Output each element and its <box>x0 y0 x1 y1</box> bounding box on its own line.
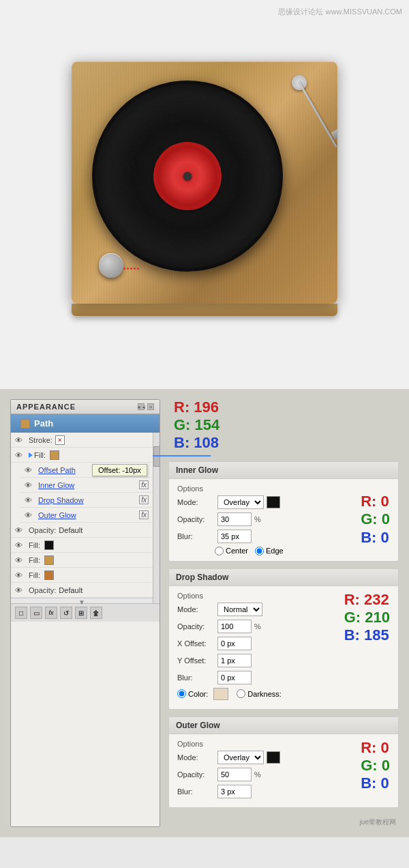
outer-glow-color-box[interactable] <box>267 751 280 764</box>
drop-shadow-link[interactable]: Drop Shadow <box>38 496 84 504</box>
bottom-section: APPEARANCE ◄◄ ≡ Path 👁 Stroke: <box>0 389 409 837</box>
drop-shadow-opacity-input[interactable] <box>217 620 252 633</box>
outer-glow-content: Options Mode: Overlay Opacity: % <box>177 740 390 802</box>
outer-glow-rgb: R: 0 G: 0 B: 0 <box>361 740 390 802</box>
indicator-dots <box>123 267 139 270</box>
stroke-row: 👁 Stroke: <box>11 433 153 448</box>
outer-glow-panel: Outer Glow Options Mode: Overlay <box>168 717 399 808</box>
inner-glow-opacity-unit: % <box>254 515 261 523</box>
panel-title: APPEARANCE <box>16 403 76 411</box>
dot-3 <box>130 267 132 270</box>
offset-path-row: 👁 Offset Path Offset: -10px <box>20 463 153 478</box>
toolbar-rect-icon[interactable]: ▭ <box>30 607 42 619</box>
darkness-radio-input[interactable] <box>237 689 245 698</box>
tonearm <box>232 75 314 164</box>
path-row: Path <box>11 414 160 433</box>
color-radio-input[interactable] <box>177 689 186 698</box>
fill-expand-arrow[interactable] <box>29 452 33 458</box>
stroke-eye-icon[interactable]: 👁 <box>15 435 26 445</box>
edge-radio[interactable]: Edge <box>255 547 284 555</box>
outer-glow-fx-icon: fx <box>139 510 149 519</box>
fill-label: Fill: <box>34 451 46 459</box>
drop-shadow-mode-label: Mode: <box>177 605 215 613</box>
drop-shadow-options: Options Mode: Normal Opacity: % <box>177 592 339 704</box>
inner-glow-blur-row: Blur: <box>177 530 355 543</box>
scrollbar-thumb[interactable] <box>153 446 160 467</box>
scroll-down-arrow[interactable]: ▼ <box>11 598 153 603</box>
color-radio-label: Color: <box>188 690 208 698</box>
toolbar-refresh-icon[interactable]: ↺ <box>60 607 72 619</box>
fill-darkorange-eye-icon[interactable]: 👁 <box>15 570 26 580</box>
drop-shadow-eye-icon[interactable]: 👁 <box>25 495 35 505</box>
fill-eye-icon[interactable]: 👁 <box>15 450 26 460</box>
stroke-label: Stroke: <box>29 436 52 444</box>
drop-shadow-mode-row: Mode: Normal <box>177 603 339 616</box>
color-radio[interactable]: Color: <box>177 689 208 698</box>
top-section: 思缘设计论坛 www.MISSVUAN.COM <box>0 0 409 389</box>
outer-glow-mode-select[interactable]: Overlay <box>217 751 264 764</box>
outer-glow-options: Options Mode: Overlay Opacity: % <box>177 740 355 802</box>
toolbar-merge-icon[interactable]: ⊞ <box>75 607 87 619</box>
inner-glow-link[interactable]: Inner Glow <box>38 481 74 489</box>
inner-glow-header: Inner Glow <box>169 462 398 479</box>
inner-glow-opacity-input[interactable] <box>217 512 252 526</box>
inner-glow-mode-select[interactable]: Overlay <box>217 495 264 509</box>
volume-knob[interactable] <box>99 253 123 278</box>
toolbar-trash-icon[interactable]: 🗑 <box>90 607 102 619</box>
edge-radio-input[interactable] <box>255 547 264 555</box>
fill-black-label: Fill: <box>29 541 40 549</box>
drop-shadow-opacity-unit: % <box>254 622 261 631</box>
edge-radio-label: Edge <box>266 547 284 555</box>
inner-glow-blur-input[interactable] <box>217 530 252 543</box>
offset-path-link[interactable]: Offset Path <box>38 466 76 474</box>
darkness-radio[interactable]: Darkness: <box>237 689 282 698</box>
inner-glow-content: Options Mode: Overlay Opacity: % <box>177 484 390 555</box>
inner-glow-radio-group: Center Edge <box>215 547 355 555</box>
drop-shadow-color-row: Color: Darkness: <box>177 688 339 700</box>
inner-glow-eye-icon[interactable]: 👁 <box>25 480 35 490</box>
turntable-illustration <box>72 61 337 328</box>
fill-b-value: B: 108 <box>174 435 219 451</box>
drop-shadow-x-input[interactable] <box>217 637 252 650</box>
inner-glow-color-box[interactable] <box>267 496 280 508</box>
outer-glow-g: G: 0 <box>361 757 390 774</box>
panel-collapse-btn[interactable]: ◄◄ <box>138 403 145 410</box>
offset-tooltip: Offset: -10px <box>92 464 147 476</box>
fill-orange2-eye-icon[interactable]: 👁 <box>15 555 26 565</box>
outer-glow-opacity-row: Opacity: % <box>177 768 355 781</box>
connector-line <box>153 455 211 457</box>
fill-darkorange-swatch[interactable] <box>44 570 54 580</box>
center-radio-input[interactable] <box>215 547 224 555</box>
outer-glow-row: 👁 Outer Glow fx <box>20 508 153 523</box>
fill-black-eye-icon[interactable]: 👁 <box>15 540 26 550</box>
offset-eye-icon[interactable]: 👁 <box>25 465 35 475</box>
drop-shadow-row: 👁 Drop Shadow fx <box>20 493 153 508</box>
toolbar-fx-icon[interactable]: fx <box>45 607 57 619</box>
drop-shadow-content: Options Mode: Normal Opacity: % <box>177 592 390 704</box>
dot-5 <box>137 267 139 270</box>
opacity-value-2: Default <box>59 586 82 594</box>
panel-menu-btn[interactable]: ≡ <box>147 403 154 410</box>
toolbar-square-icon[interactable]: □ <box>15 607 27 619</box>
drop-shadow-blur-input[interactable] <box>217 671 252 684</box>
fill-color-swatch[interactable] <box>50 450 59 460</box>
drop-shadow-opacity-row: Opacity: % <box>177 620 339 633</box>
drop-shadow-blur-label: Blur: <box>177 674 215 682</box>
opacity-eye-icon[interactable]: 👁 <box>15 525 26 535</box>
fill-black-swatch[interactable] <box>44 540 54 550</box>
inner-glow-opacity-row: Opacity: % <box>177 512 355 526</box>
panel-scrollbar[interactable] <box>153 433 160 603</box>
fill-orange2-swatch[interactable] <box>44 555 54 565</box>
outer-glow-opacity-input[interactable] <box>217 768 252 781</box>
outer-glow-link[interactable]: Outer Glow <box>38 511 76 519</box>
drop-shadow-blur-row: Blur: <box>177 671 339 684</box>
outer-glow-blur-input[interactable] <box>217 785 252 798</box>
outer-glow-eye-icon[interactable]: 👁 <box>25 510 35 520</box>
inner-glow-panel: Inner Glow Options Mode: Overlay <box>168 461 399 562</box>
outer-glow-opacity-label: Opacity: <box>177 770 215 779</box>
center-radio[interactable]: Center <box>215 547 248 555</box>
drop-shadow-y-input[interactable] <box>217 654 252 667</box>
drop-shadow-mode-select[interactable]: Normal <box>217 603 262 616</box>
drop-shadow-color-swatch[interactable] <box>213 688 228 700</box>
opacity-eye-icon-2[interactable]: 👁 <box>15 585 26 595</box>
